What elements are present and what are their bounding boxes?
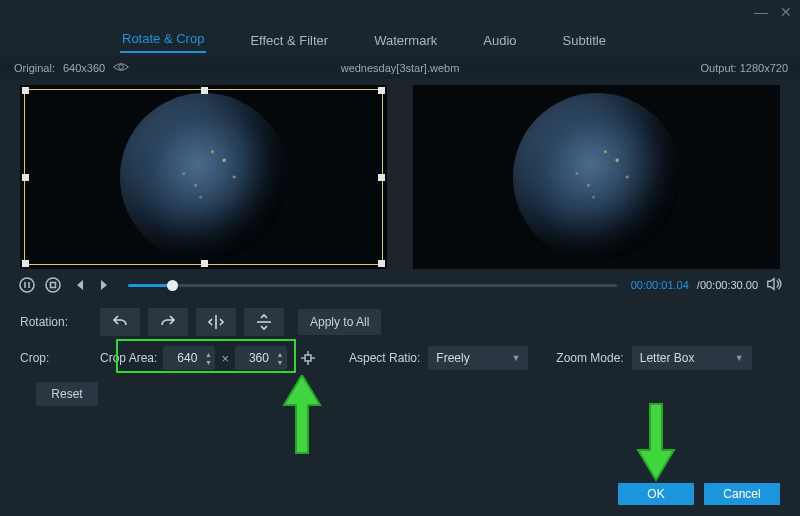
zoom-mode-select[interactable]: Letter Box▼ xyxy=(632,346,752,370)
rotation-label: Rotation: xyxy=(20,315,100,329)
rotation-row: Rotation: Apply to All xyxy=(20,307,780,337)
width-up[interactable]: ▲ xyxy=(203,350,213,358)
pause-button[interactable] xyxy=(18,276,36,294)
crop-handle[interactable] xyxy=(201,260,208,267)
transport-bar: 00:00:01.04 /00:00:30.00 xyxy=(0,269,800,297)
svg-point-2 xyxy=(46,278,60,292)
crop-label: Crop: xyxy=(20,351,100,365)
ok-button[interactable]: OK xyxy=(618,483,694,505)
info-bar: Original: 640x360 wednesday[3star].webm … xyxy=(0,57,800,79)
filename: wednesday[3star].webm xyxy=(341,62,460,74)
aspect-ratio-select[interactable]: Freely▼ xyxy=(428,346,528,370)
flip-horizontal-button[interactable] xyxy=(196,308,236,336)
tutorial-arrow-down xyxy=(636,402,676,482)
tab-watermark[interactable]: Watermark xyxy=(372,29,439,52)
flip-vertical-button[interactable] xyxy=(244,308,284,336)
preview-visibility-icon[interactable] xyxy=(113,61,129,75)
width-down[interactable]: ▼ xyxy=(203,358,213,366)
crop-handle[interactable] xyxy=(378,87,385,94)
output-label: Output: xyxy=(701,62,737,74)
crop-center-icon[interactable] xyxy=(295,346,321,370)
timeline-slider[interactable] xyxy=(128,284,617,287)
controls-panel: Rotation: Apply to All Crop: Crop Area: … xyxy=(0,297,800,409)
dimension-separator: × xyxy=(221,351,229,366)
crop-width-input[interactable]: 640 ▲▼ xyxy=(163,346,215,370)
total-time: /00:00:30.00 xyxy=(697,279,758,291)
tab-rotate-crop[interactable]: Rotate & Crop xyxy=(120,27,206,53)
output-preview xyxy=(413,85,780,269)
original-label: Original: xyxy=(14,62,55,74)
footer: OK Cancel xyxy=(618,483,780,505)
reset-row: Reset xyxy=(20,379,780,409)
current-time: 00:00:01.04 xyxy=(631,279,689,291)
crop-handle[interactable] xyxy=(378,260,385,267)
preview-panes xyxy=(0,79,800,269)
original-preview[interactable] xyxy=(20,85,387,269)
crop-handle[interactable] xyxy=(22,87,29,94)
minimize-icon[interactable]: — xyxy=(754,4,768,20)
volume-icon[interactable] xyxy=(766,276,782,294)
chevron-down-icon: ▼ xyxy=(735,353,744,363)
apply-to-all-button[interactable]: Apply to All xyxy=(298,309,381,335)
height-up[interactable]: ▲ xyxy=(275,350,285,358)
reset-button[interactable]: Reset xyxy=(36,382,98,406)
crop-handle[interactable] xyxy=(22,260,29,267)
svg-point-1 xyxy=(20,278,34,292)
output-dims: 1280x720 xyxy=(740,62,788,74)
aspect-ratio-label: Aspect Ratio: xyxy=(349,351,420,365)
close-icon[interactable]: ✕ xyxy=(780,4,792,20)
crop-rectangle[interactable] xyxy=(24,89,383,265)
crop-height-input[interactable]: 360 ▲▼ xyxy=(235,346,287,370)
crop-row: Crop: Crop Area: 640 ▲▼ × 360 ▲▼ Aspect … xyxy=(20,343,780,373)
zoom-mode-label: Zoom Mode: xyxy=(556,351,623,365)
svg-rect-3 xyxy=(51,283,56,288)
next-frame-button[interactable] xyxy=(96,276,114,294)
cancel-button[interactable]: Cancel xyxy=(704,483,780,505)
tab-effect-filter[interactable]: Effect & Filter xyxy=(248,29,330,52)
rotate-left-button[interactable] xyxy=(100,308,140,336)
tab-subtitle[interactable]: Subtitle xyxy=(561,29,608,52)
tab-audio[interactable]: Audio xyxy=(481,29,518,52)
chevron-down-icon: ▼ xyxy=(511,353,520,363)
original-dims: 640x360 xyxy=(63,62,105,74)
stop-button[interactable] xyxy=(44,276,62,294)
svg-point-0 xyxy=(119,65,124,70)
tab-bar: Rotate & Crop Effect & Filter Watermark … xyxy=(0,23,800,57)
video-frame xyxy=(513,93,681,261)
crop-handle[interactable] xyxy=(201,87,208,94)
crop-handle[interactable] xyxy=(22,174,29,181)
crop-handle[interactable] xyxy=(378,174,385,181)
titlebar: — ✕ xyxy=(0,0,800,23)
rotate-right-button[interactable] xyxy=(148,308,188,336)
crop-area-label: Crop Area: xyxy=(100,351,157,365)
prev-frame-button[interactable] xyxy=(70,276,88,294)
height-down[interactable]: ▼ xyxy=(275,358,285,366)
timeline-knob[interactable] xyxy=(167,280,178,291)
